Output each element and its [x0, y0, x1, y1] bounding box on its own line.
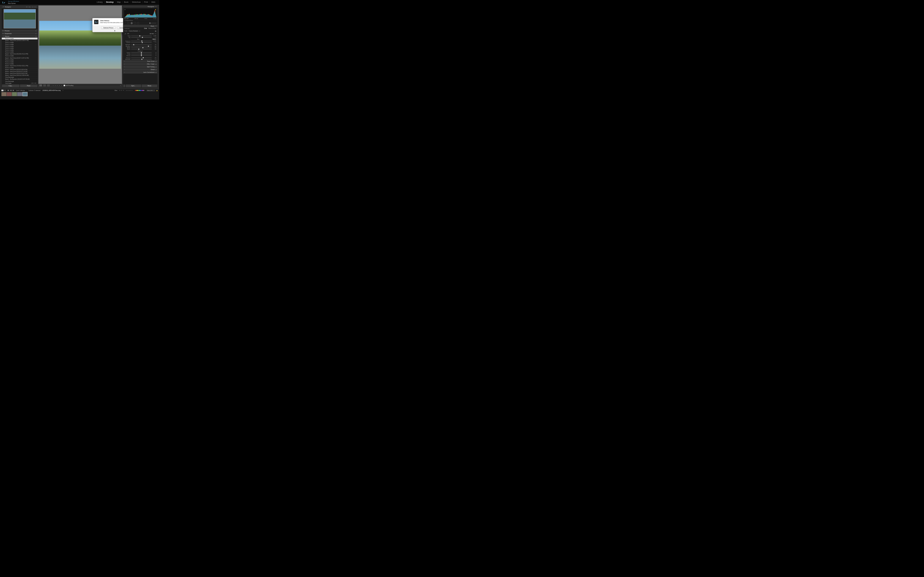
module-map[interactable]: Map [115, 1, 123, 3]
add-preset-icon[interactable]: + [36, 30, 36, 32]
history-step[interactable]: From Lr mobile [2, 45, 37, 47]
sync-status[interactable]: Syncing 2,392 photos [8, 1, 19, 2]
history-step[interactable]: Export - Zip Exporter (10/12/15 9:07:05 … [2, 78, 37, 80]
thumbnail-strip[interactable] [0, 92, 159, 97]
history-step[interactable]: From Lr mobile [2, 63, 37, 65]
history-step[interactable]: Export - Hard Drive (6/3/16 8:28:04 PM) [2, 69, 37, 71]
history-step[interactable]: Export - Hard Drive (3/12/18 2:51:13 PM) [2, 53, 37, 55]
thumbnail[interactable] [2, 92, 6, 96]
history-step[interactable]: From Lr mobile [2, 51, 37, 53]
auto-tone-button[interactable]: Auto [152, 39, 156, 40]
histogram-header[interactable]: Histogram ▼ [123, 5, 158, 8]
graduated-filter-icon[interactable] [134, 22, 136, 24]
reset-button[interactable]: Reset [142, 85, 157, 87]
history-step[interactable]: Export - Hard Drive (12/4/19 10:39:47 AM… [2, 40, 37, 42]
filter-lock-icon[interactable]: 🔒 [156, 90, 158, 91]
module-slideshow[interactable]: Slideshow [130, 1, 142, 3]
go-forward-icon[interactable]: ▶ [12, 90, 15, 91]
basic-header[interactable]: Basic ▼ [123, 25, 158, 27]
module-develop[interactable]: Develop [104, 1, 115, 3]
compare-icon[interactable] [47, 84, 50, 87]
navigator-zoom-modes[interactable]: FITFILL1:12:1 [26, 6, 37, 8]
history-step[interactable]: Export - Hard Drive (6/3/16 8:27:10 PM) [2, 71, 37, 73]
history-step[interactable]: From Lr mobile [2, 44, 37, 45]
module-library[interactable]: Library [95, 1, 104, 3]
before-after-icon[interactable] [43, 84, 46, 87]
window-2-button[interactable]: 2 [4, 90, 6, 91]
filters-off-dropdown[interactable]: Filters Off [146, 90, 155, 91]
current-filename[interactable]: 20150912_6555-HDR-Pano.dng [43, 90, 61, 91]
add-snapshot-icon[interactable]: + [36, 32, 36, 34]
toolbar-menu-icon[interactable]: ▼ [120, 85, 121, 86]
zoom-fill[interactable]: FILL [28, 6, 32, 8]
history-step[interactable]: Export - Hard Drive (6/3/16 8:26:51 PM) [2, 73, 37, 74]
color-label-filter[interactable] [135, 90, 144, 91]
paste-button[interactable]: Paste [20, 85, 37, 87]
copy-button[interactable]: Copy... [2, 85, 19, 87]
history-step[interactable]: Export - Hard Drive (3/31/16 10:59:40 AM… [2, 74, 37, 76]
thumbnail[interactable] [23, 92, 27, 96]
sync-button[interactable]: Sync... [126, 85, 141, 87]
zoom-2-1[interactable]: 2:1 [34, 6, 36, 8]
navigator-header[interactable]: ▼ Navigator FITFILL1:12:1 [2, 5, 37, 8]
tone-curve-header[interactable]: ▪Tone Curve◀ [123, 60, 158, 63]
flag-filter-icon[interactable]: ⚑ ⚑ ⚑ [119, 90, 124, 91]
wb-value[interactable]: As Shot [150, 33, 154, 34]
soft-proofing-toggle[interactable]: Soft Proofing [63, 85, 73, 86]
soft-proofing-checkbox[interactable] [63, 85, 65, 86]
history-header[interactable]: ▼ History × [2, 35, 37, 38]
history-step[interactable]: Crop Rectangle [2, 76, 37, 78]
user-name[interactable]: Rob Sylvan [8, 2, 16, 4]
loupe-view-icon[interactable] [39, 84, 42, 87]
history-step[interactable]: From Lr mobile [2, 59, 37, 61]
rating-stars[interactable]: ★ ★ ★ ★ ★ [53, 85, 62, 86]
rating-filter[interactable]: ★★★★★ [126, 90, 133, 91]
thumbnail[interactable] [12, 92, 17, 96]
detail-header[interactable]: ▪Detail◀ [123, 68, 158, 71]
history-step[interactable]: From Lr mobile [2, 61, 37, 63]
history-step[interactable]: From Lr mobile [2, 49, 37, 51]
profile-browser-icon[interactable]: ▦ [155, 30, 156, 32]
zoom-fit[interactable]: FIT [26, 6, 28, 8]
history-step[interactable]: From Lr mobile [2, 67, 37, 69]
go-back-icon[interactable]: ◀ [10, 90, 12, 91]
zoom-1-1[interactable]: 1:1 [31, 6, 34, 8]
treatment-color[interactable]: Color [144, 28, 147, 29]
hsl-color-header[interactable]: ▪HSL / Color◀ [123, 63, 158, 65]
history-step[interactable]: From Lr mobile [2, 42, 37, 44]
mask-slider[interactable] [149, 23, 156, 23]
redeye-tool-icon[interactable] [131, 22, 133, 24]
module-print[interactable]: Print [142, 1, 150, 3]
lens-corrections-header[interactable]: ▪Lens Corrections◀ [123, 71, 158, 74]
window-1-button[interactable]: 1 [2, 90, 3, 91]
original-photo-toggle[interactable]: ▭ Original Photo [123, 19, 158, 21]
history-step[interactable]: From Lr mobile [2, 55, 37, 57]
highlight-clipping-icon[interactable] [155, 9, 156, 10]
selected-photos-button[interactable]: Selected Photos [101, 27, 115, 29]
thumbnail[interactable] [6, 92, 11, 96]
module-book[interactable]: Book [123, 1, 130, 3]
crop-tool-icon[interactable] [124, 22, 126, 24]
radial-filter-icon[interactable] [137, 22, 139, 24]
history-step[interactable]: Export - Hard Drive (2/13/17 12:57:21 PM… [2, 57, 37, 59]
spot-removal-icon[interactable] [127, 22, 129, 24]
histogram-graph[interactable] [124, 8, 157, 18]
history-step[interactable]: Export - Hard Drive (7/14/16 4:02:11 PM) [2, 65, 37, 67]
thumbnail[interactable] [17, 92, 22, 96]
source-label[interactable]: Quick Collection [16, 90, 25, 91]
history-step[interactable]: From Lr mobile [2, 38, 37, 40]
history-step[interactable]: Crop Rectangle [2, 81, 37, 82]
treatment-bw[interactable]: Black & White [149, 28, 157, 29]
history-step[interactable]: Crop Angle-1.62 -1.62 [2, 82, 37, 84]
clear-history-icon[interactable]: × [36, 35, 36, 37]
presets-header[interactable]: ▶ Presets + [2, 29, 37, 32]
grid-view-icon[interactable]: ▦ [7, 90, 9, 91]
history-step[interactable]: From Lr mobile [2, 47, 37, 49]
profile-row[interactable]: Profile : Camera Standard ▲▼ ▦ [123, 30, 158, 32]
snapshots-header[interactable]: ▶ Snapshots + [2, 32, 37, 35]
split-toning-header[interactable]: ▪Split Toning◀ [123, 65, 158, 68]
panel-switch-icon[interactable]: ▪ [123, 85, 125, 87]
shadow-clipping-icon[interactable] [124, 9, 126, 10]
eyedropper-icon[interactable] [124, 32, 126, 35]
navigator-preview[interactable] [3, 9, 36, 28]
